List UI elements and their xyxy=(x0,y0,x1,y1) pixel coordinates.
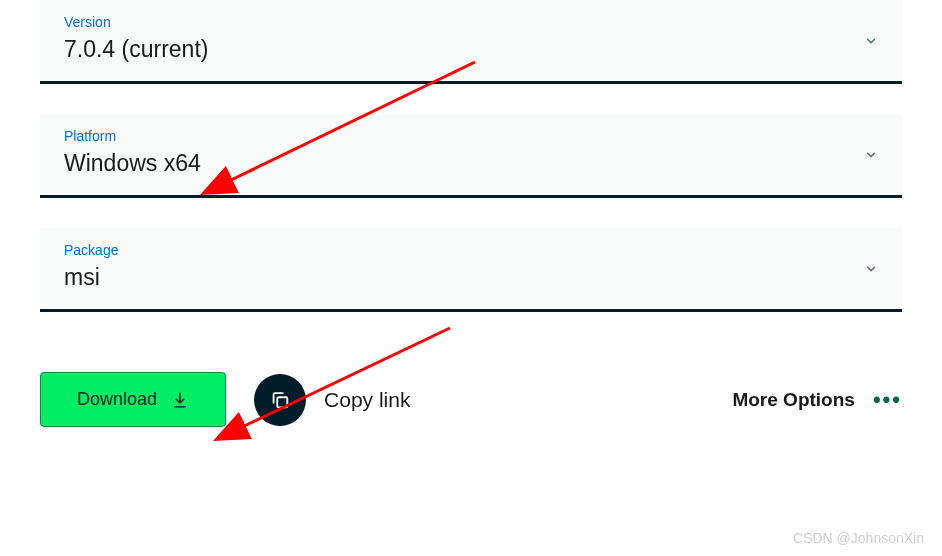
chevron-down-icon xyxy=(864,148,878,162)
svg-rect-0 xyxy=(277,397,287,407)
download-button[interactable]: Download xyxy=(40,372,226,427)
chevron-down-icon xyxy=(864,262,878,276)
platform-dropdown[interactable]: Platform Windows x64 xyxy=(40,114,902,198)
copy-link-label: Copy link xyxy=(324,388,410,412)
more-dots-icon: ••• xyxy=(873,387,902,413)
chevron-down-icon xyxy=(864,34,878,48)
platform-label: Platform xyxy=(64,128,878,144)
platform-value: Windows x64 xyxy=(64,150,878,177)
download-icon xyxy=(171,391,189,409)
package-label: Package xyxy=(64,242,878,258)
version-value: 7.0.4 (current) xyxy=(64,36,878,63)
watermark: CSDN @JohnsonXin xyxy=(793,530,924,546)
copy-icon xyxy=(254,374,306,426)
actions-row: Download Copy link More Options ••• xyxy=(40,342,902,427)
version-label: Version xyxy=(64,14,878,30)
more-options-label: More Options xyxy=(732,389,854,411)
more-options-button[interactable]: More Options ••• xyxy=(732,387,902,413)
package-value: msi xyxy=(64,264,878,291)
package-dropdown[interactable]: Package msi xyxy=(40,228,902,312)
version-dropdown[interactable]: Version 7.0.4 (current) xyxy=(40,0,902,84)
copy-link-button[interactable]: Copy link xyxy=(254,374,410,426)
download-button-label: Download xyxy=(77,389,157,410)
